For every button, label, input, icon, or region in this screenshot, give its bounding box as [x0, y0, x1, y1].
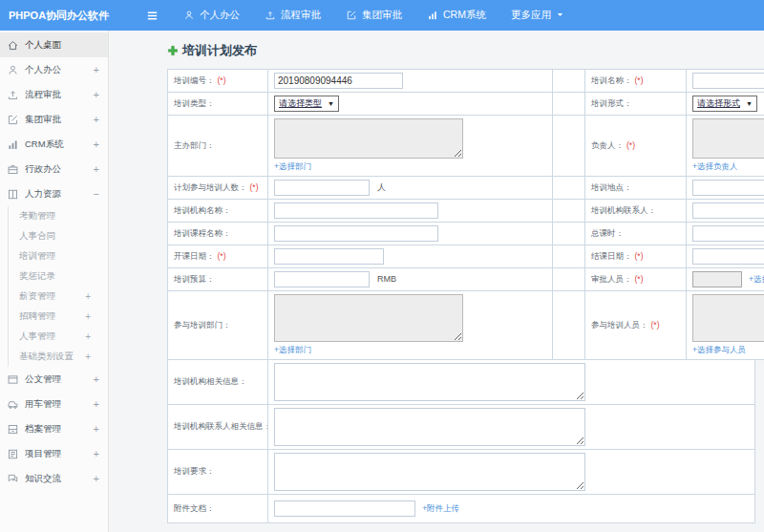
- picker-link[interactable]: +附件上传: [422, 503, 459, 515]
- text-input[interactable]: [274, 73, 403, 89]
- spacer-cell: [553, 177, 585, 200]
- field-label: 培训形式：: [591, 98, 632, 108]
- textarea-field[interactable]: [274, 363, 585, 401]
- textarea-field[interactable]: [692, 294, 764, 342]
- input-suffix: 人: [377, 182, 386, 192]
- spacer-cell: [553, 70, 585, 93]
- chart-icon: [7, 138, 19, 151]
- sidebar-item-1[interactable]: 个人桌面: [0, 32, 108, 57]
- picker-link[interactable]: +选择参与人员: [692, 345, 746, 356]
- text-input[interactable]: [692, 248, 764, 265]
- sidebar-item-9[interactable]: 用车管理+: [0, 392, 108, 416]
- text-input[interactable]: [692, 225, 764, 242]
- picker-link[interactable]: +选择部门: [274, 161, 311, 173]
- sidebar-subitem-5[interactable]: 薪资管理+: [9, 287, 108, 307]
- field-label: 培训机构名称：: [174, 205, 231, 215]
- training-plan-form: 培训编号：(*)培训名称：(*)培训类型：请选择类型▼培训形式：请选择形式▼主办…: [167, 69, 764, 523]
- field-label: 参与培训部门：: [174, 320, 231, 330]
- sidebar-item-label: CRM系统: [25, 138, 94, 151]
- form-full-row-2: 培训机构联系人相关信息：: [168, 405, 755, 450]
- required-marker: (*): [626, 140, 635, 150]
- sidebar-subitem-7[interactable]: 人事管理+: [9, 327, 108, 347]
- top-menu-item-5[interactable]: 更多应用: [511, 9, 567, 22]
- text-input[interactable]: [692, 73, 764, 89]
- spacer-cell: [553, 268, 585, 291]
- field-cell: [268, 223, 553, 245]
- text-input[interactable]: [274, 248, 384, 265]
- field-label-cell: 培训机构联系人：: [585, 200, 687, 223]
- sidebar-item-8[interactable]: 公文管理+: [0, 367, 108, 392]
- top-menu-item-3[interactable]: 集团审批: [346, 9, 402, 22]
- required-marker: (*): [635, 75, 644, 85]
- expand-plus-icon: +: [94, 114, 99, 125]
- text-input[interactable]: [274, 500, 415, 517]
- field-label: 培训机构相关信息：: [174, 376, 247, 386]
- field-label: 培训课程名称：: [174, 228, 231, 238]
- top-menu-item-1[interactable]: 个人办公: [183, 9, 240, 22]
- text-input[interactable]: [692, 202, 764, 219]
- text-input[interactable]: [692, 271, 742, 287]
- required-marker: (*): [250, 182, 259, 192]
- sidebar-item-12[interactable]: 知识交流+: [0, 466, 108, 491]
- sidebar-subitem-4[interactable]: 奖惩记录: [9, 266, 108, 287]
- top-menu-item-2[interactable]: 流程审批: [265, 9, 321, 22]
- field-cell: +选择部门: [268, 291, 553, 360]
- expand-plus-icon: +: [94, 138, 99, 150]
- spacer-cell: [553, 116, 585, 177]
- picker-link[interactable]: +选择审批人员: [749, 274, 764, 286]
- sidebar-item-label: 集团审批: [25, 114, 94, 126]
- top-header: PHPOA协同办公软件 个人办公流程审批集团审批CRM系统更多应用: [0, 0, 764, 31]
- picker-link[interactable]: +选择部门: [274, 345, 311, 356]
- textarea-field[interactable]: [274, 408, 585, 446]
- picker-link[interactable]: +选择负责人: [692, 161, 737, 173]
- field-label-cell: 培训预算：: [168, 268, 268, 291]
- hamburger-menu-button[interactable]: [139, 6, 164, 25]
- spacer-cell: [553, 93, 585, 116]
- text-input[interactable]: [692, 180, 764, 196]
- sidebar-item-5[interactable]: CRM系统+: [0, 132, 108, 157]
- sidebar-item-6[interactable]: 行政办公+: [0, 157, 108, 181]
- sidebar-item-10[interactable]: 档案管理+: [0, 416, 108, 441]
- required-marker: (*): [218, 75, 226, 85]
- textarea-field[interactable]: [274, 294, 463, 342]
- sidebar-item-11[interactable]: 项目管理+: [0, 441, 108, 466]
- field-label-cell: 开课日期：(*): [168, 245, 268, 268]
- textarea-field[interactable]: [274, 118, 463, 159]
- caret-down-icon: ▼: [746, 100, 753, 107]
- field-label-cell: 总课时：: [585, 223, 687, 245]
- field-label-cell: 计划参与培训人数：(*): [168, 177, 268, 200]
- text-input[interactable]: [274, 271, 370, 287]
- field-label: 开课日期：: [174, 251, 215, 261]
- edit-icon: [346, 10, 357, 21]
- input-suffix: RMB: [377, 274, 396, 284]
- sidebar-item-4[interactable]: 集团审批+: [0, 107, 108, 132]
- textarea-field[interactable]: [274, 453, 585, 491]
- select-box[interactable]: 请选择类型▼: [274, 96, 339, 112]
- expand-plus-icon: +: [94, 423, 99, 435]
- collapse-minus-icon: −: [94, 188, 99, 200]
- briefcase-icon: [7, 163, 19, 176]
- sidebar-subitem-2[interactable]: 人事合同: [9, 226, 108, 246]
- sidebar-subitem-3[interactable]: 培训管理: [9, 246, 108, 266]
- sidebar-subitem-1[interactable]: 考勤管理: [9, 206, 108, 226]
- text-input[interactable]: [274, 225, 438, 242]
- text-input[interactable]: [274, 202, 438, 219]
- textarea-field[interactable]: [692, 118, 764, 159]
- sidebar-nav: 个人桌面个人办公+流程审批+集团审批+CRM系统+行政办公+人力资源−考勤管理人…: [0, 32, 108, 491]
- required-marker: (*): [218, 251, 226, 261]
- upload-icon: [7, 89, 19, 101]
- top-menu-item-4[interactable]: CRM系统: [427, 9, 486, 22]
- field-label-cell: 主办部门：: [168, 116, 268, 177]
- sidebar-item-2[interactable]: 个人办公+: [0, 57, 108, 82]
- sidebar-item-7[interactable]: 人力资源−: [0, 181, 108, 206]
- field-cell: [268, 360, 755, 405]
- select-box[interactable]: 请选择形式▼: [692, 96, 757, 112]
- sidebar-subitem-8[interactable]: 基础类别设置+: [9, 347, 108, 367]
- top-menu-item-label: 个人办公: [200, 9, 240, 22]
- field-label-cell: 参与培训部门：: [168, 291, 268, 360]
- sidebar-subitem-6[interactable]: 招聘管理+: [9, 307, 108, 327]
- sidebar-subitem-label: 人事管理: [19, 330, 85, 343]
- text-input[interactable]: [274, 180, 370, 196]
- field-cell: [268, 200, 553, 223]
- sidebar-item-3[interactable]: 流程审批+: [0, 82, 108, 107]
